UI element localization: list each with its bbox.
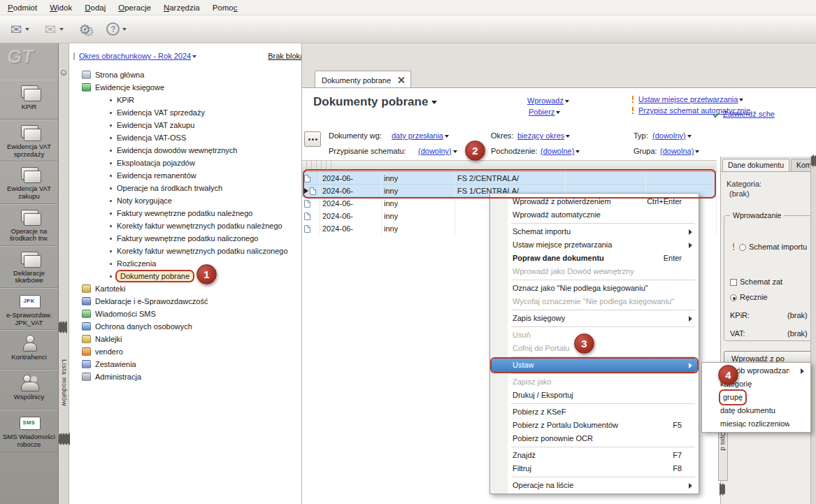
- tree-item[interactable]: Ewidencja remanentów: [71, 169, 301, 182]
- tree-item[interactable]: Rozliczenia: [71, 257, 301, 270]
- menubar-item[interactable]: Dodaj: [78, 0, 112, 15]
- toolbar-button[interactable]: [104, 19, 129, 40]
- tree-item[interactable]: Faktury wewnętrzne podatku naliczonego: [71, 232, 301, 245]
- menu-item[interactable]: Ustaw miejsce przetwarzania: [492, 238, 697, 252]
- module-sidebar-item[interactable]: Operacje na środkach trw.: [0, 204, 58, 246]
- module-sidebar-item[interactable]: Ewidencja VAT zakupu: [0, 161, 58, 203]
- menubar-item[interactable]: Podmiot: [1, 0, 43, 15]
- module-sidebar-item[interactable]: Kontrahenci: [0, 330, 58, 370]
- menubar-item[interactable]: Operacje: [112, 0, 157, 15]
- expand-chevrons[interactable]: [720, 485, 725, 494]
- filter-typ-value[interactable]: (dowolny): [652, 131, 692, 140]
- module-sidebar-item[interactable]: Ewidencja VAT sprzedaży: [0, 120, 58, 161]
- lock-status-link[interactable]: Brak blokady: [268, 52, 302, 60]
- tree-item[interactable]: Korekty faktur wewnętrznych podatku nale…: [71, 219, 301, 232]
- menu-item[interactable]: Pobierz z Portalu Dokumentów F5: [492, 419, 697, 432]
- recznie-option[interactable]: Ręcznie: [730, 293, 768, 301]
- table-column-header[interactable]: [307, 161, 312, 171]
- tree-item[interactable]: Administracja: [71, 370, 301, 383]
- ustaw-miejsce-link[interactable]: Ustaw miejsce przetwarzania: [629, 95, 743, 103]
- menu-item[interactable]: Popraw dane dokumentu Enter: [492, 252, 697, 265]
- menubar-item[interactable]: Pomoc: [206, 0, 244, 15]
- tree-item[interactable]: Wiadomości SMS: [71, 308, 301, 320]
- table-column-header[interactable]: [312, 161, 317, 171]
- table-column-header[interactable]: [327, 161, 331, 171]
- tree-item[interactable]: Ewidencja dowodów wewnętrznych: [71, 144, 301, 157]
- table-row[interactable]: 2024-06- inny FS 2/CENTRALA/: [302, 172, 717, 185]
- more-options-button[interactable]: [304, 131, 321, 147]
- filter-dokumenty-wg-value[interactable]: daty przesłania: [392, 131, 449, 140]
- tree-item[interactable]: Ewidencja VAT sprzedaży: [71, 106, 301, 119]
- schemat-zatwierdzony-option[interactable]: Schemat zat: [730, 278, 782, 286]
- module-sidebar-item[interactable]: SMS SMS Wiadomości robocze: [0, 410, 58, 452]
- tree-item[interactable]: KPiR: [71, 94, 301, 106]
- tree-item[interactable]: Ewidencja VAT zakupu: [71, 119, 301, 131]
- menu-item[interactable]: Pobierz ponownie OCR: [492, 432, 697, 445]
- collapse-chevrons[interactable]: [59, 435, 69, 443]
- tree-item[interactable]: Korekty faktur wewnętrznych podatku nali…: [71, 245, 301, 257]
- module-strip[interactable]: Lista modułów: [59, 43, 69, 504]
- tree-item[interactable]: Ewidencja VAT-OSS: [71, 131, 301, 144]
- filter-przypisanie-value[interactable]: (dowolny): [418, 147, 457, 155]
- menu-item[interactable]: Wprowadź automatycznie: [492, 208, 697, 222]
- module-sidebar-item[interactable]: JPK e-Sprawozdaw. JPK_VAT: [0, 288, 58, 330]
- tree-item[interactable]: Strona główna: [71, 69, 301, 81]
- menubar-item[interactable]: Narzędzia: [157, 0, 206, 15]
- module-sidebar-item[interactable]: Deklaracje skarbowe: [0, 246, 58, 288]
- toolbar-button[interactable]: [77, 19, 94, 40]
- filter-okres-value[interactable]: bieżący okres: [517, 131, 570, 140]
- wprowadz-link[interactable]: Wprowadź: [527, 96, 569, 105]
- table-column-header[interactable]: [317, 161, 322, 171]
- kpir-value[interactable]: (brak): [787, 311, 808, 319]
- tree-item[interactable]: Noty korygujące: [71, 194, 301, 207]
- menu-item[interactable]: Schemat importu: [492, 225, 697, 238]
- menu-item[interactable]: miesiąc rozliczeniowy: [703, 417, 809, 431]
- tree-item[interactable]: Zestawienia: [71, 358, 301, 370]
- menu-item[interactable]: Ustaw: [492, 359, 697, 372]
- toolbar-button[interactable]: [8, 19, 31, 40]
- menu-item[interactable]: Operacje na liście: [492, 479, 697, 492]
- pin-icon[interactable]: [61, 70, 66, 75]
- page-title[interactable]: Dokumenty pobrane: [313, 95, 437, 109]
- tree-item[interactable]: Eksploatacja pojazdów: [71, 157, 301, 169]
- module-sidebar-item[interactable]: KPiR: [0, 80, 58, 120]
- tree-item[interactable]: Dokumenty pobrane: [71, 270, 301, 282]
- filter-grupa-value[interactable]: (dowolna): [660, 147, 699, 155]
- filter-pochodzenie-value[interactable]: (dowolne): [541, 147, 580, 155]
- opis-dokumentu-side-tab[interactable]: Opis d: [718, 428, 728, 481]
- tree-item[interactable]: Deklaracje i e-Sprawozdawczość: [71, 295, 301, 308]
- menu-item[interactable]: datę dokumentu: [703, 404, 809, 417]
- tree-item[interactable]: Faktury wewnętrzne podatku należnego: [71, 207, 301, 219]
- module-sidebar-item[interactable]: Wspólnicy: [0, 370, 58, 410]
- tab-dokumenty-pobrane[interactable]: Dokumenty pobrane: [315, 71, 411, 89]
- menu-item[interactable]: Filtruj F8: [492, 462, 697, 475]
- menu-item[interactable]: Drukuj / Eksportuj: [492, 389, 697, 402]
- right-collapse-strip[interactable]: [810, 157, 816, 504]
- menu-item[interactable]: Znajdź F7: [492, 449, 697, 462]
- table-column-header[interactable]: [302, 161, 307, 171]
- tree-item[interactable]: vendero: [71, 345, 301, 358]
- tree-item[interactable]: Ewidencje księgowe: [71, 81, 301, 94]
- schemat-importu-option[interactable]: Schemat importu: [730, 243, 807, 251]
- menu-item[interactable]: Pobierz z KSeF: [492, 405, 697, 419]
- schemat-importu-radio[interactable]: [739, 244, 746, 251]
- right-panel-tab[interactable]: Dane dokumentu: [722, 159, 789, 172]
- accounting-period-link[interactable]: Okres obrachunkowy - Rok 2024: [79, 52, 196, 60]
- zatwierdz-link[interactable]: Zatwierdź sche: [713, 110, 775, 118]
- tree-item[interactable]: Kartoteki: [71, 282, 301, 295]
- tree-item[interactable]: Operacje na środkach trwałych: [71, 182, 301, 194]
- menu-item[interactable]: Oznacz jako "Nie podlega księgowaniu": [492, 282, 697, 295]
- tree-item[interactable]: Naklejki: [71, 333, 301, 345]
- collapse-chevrons[interactable]: [59, 323, 69, 331]
- menu-item[interactable]: grupę: [703, 391, 809, 404]
- menu-item[interactable]: Zapis księgowy: [492, 312, 697, 325]
- schemat-zatwierdzony-checkbox[interactable]: [730, 279, 737, 286]
- close-tab-icon[interactable]: [398, 77, 404, 83]
- pobierz-link[interactable]: Pobierz: [529, 108, 560, 116]
- toolbar-button[interactable]: [43, 19, 66, 40]
- menu-item[interactable]: Wprowadź z potwierdzeniem Ctrl+Enter: [492, 195, 697, 208]
- menubar-item[interactable]: Widok: [43, 0, 78, 15]
- vat-value[interactable]: (brak): [787, 329, 808, 338]
- table-column-header[interactable]: [322, 161, 327, 171]
- tree-item[interactable]: Ochrona danych osobowych: [71, 320, 301, 333]
